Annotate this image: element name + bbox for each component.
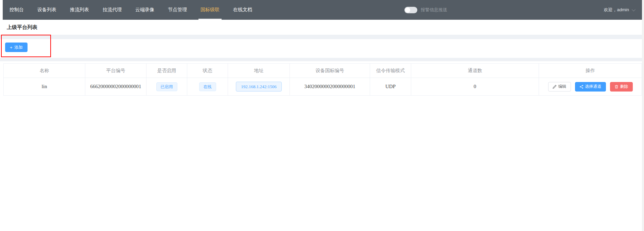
cell-actions: 编辑 选择通道 [539,78,642,96]
cell-transport-mode: UDP [370,78,411,96]
platform-table-panel: 名称 平台编号 是否启用 状态 地址 设备国标编号 信令传输模式 通道数 操作 … [0,63,644,231]
section-divider [0,35,644,39]
select-channel-button[interactable]: 选择通道 [575,82,606,92]
share-icon [579,85,584,89]
alarm-push-control: 报警信息推送 [404,0,447,20]
cell-name: lin [4,78,85,96]
column-header-transport-mode: 信令传输模式 [370,64,411,78]
toolbar-panel: + 添加 [0,39,644,58]
nav-item-label: 控制台 [10,7,24,13]
nav-item-pull-stream-proxy[interactable]: 拉流代理 [96,0,128,20]
top-navigation-bar: 控制台 设备列表 推流列表 拉流代理 云端录像 节点管理 国标级联 在线文档 报… [3,0,642,20]
column-header-name: 名称 [4,64,85,78]
column-header-platform-id: 平台编号 [85,64,146,78]
alarm-push-toggle[interactable] [404,7,417,13]
column-header-address: 地址 [228,64,290,78]
alarm-push-label: 报警信息推送 [421,7,447,13]
select-channel-button-label: 选择通道 [585,84,602,89]
superior-platform-table: 名称 平台编号 是否启用 状态 地址 设备国标编号 信令传输模式 通道数 操作 … [3,63,642,96]
scrollbar-track[interactable] [642,0,644,231]
user-menu[interactable]: 欢迎，admin [604,0,634,20]
nav-item-label: 拉流代理 [103,7,122,13]
column-header-channel-count: 通道数 [411,64,539,78]
nav-item-console[interactable]: 控制台 [3,0,31,20]
trash-icon [614,85,619,89]
column-header-device-gb-id: 设备国标编号 [290,64,370,78]
column-header-enabled: 是否启用 [146,64,187,78]
pencil-icon [553,85,557,89]
address-badge[interactable]: 192.168.1.242:1506 [236,82,281,92]
plus-icon: + [10,45,13,50]
table-row: lin 66620000002000000001 已启用 在线 192.168.… [4,78,642,96]
add-button[interactable]: + 添加 [5,43,28,52]
cell-device-gb-id: 34020000002000000001 [290,78,370,96]
nav-item-node-management[interactable]: 节点管理 [161,0,194,20]
add-button-label: 添加 [15,45,23,50]
cell-status: 在线 [187,78,228,96]
section-divider [0,58,644,61]
page-header: 上级平台列表 [0,20,644,35]
cell-platform-id: 66620000002000000001 [85,78,146,96]
nav-item-label: 推流列表 [70,7,89,13]
cell-address: 192.168.1.242:1506 [228,78,290,96]
page-title: 上级平台列表 [7,24,37,31]
table-header-row: 名称 平台编号 是否启用 状态 地址 设备国标编号 信令传输模式 通道数 操作 [4,64,642,78]
delete-button-label: 删除 [620,84,628,89]
welcome-user-text: 欢迎，admin [604,7,629,13]
toggle-knob [405,7,410,13]
chevron-down-icon [632,7,636,11]
enabled-status-badge: 已启用 [156,82,177,91]
column-header-actions: 操作 [539,64,642,78]
nav-item-label: 节点管理 [168,7,187,13]
nav-item-online-docs[interactable]: 在线文档 [226,0,259,20]
online-status-badge: 在线 [199,82,216,91]
cell-channel-count: 0 [411,78,539,96]
nav-item-label: 国标级联 [201,7,220,13]
nav-item-label: 在线文档 [233,7,252,13]
nav-item-label: 云端录像 [135,7,154,13]
column-header-status: 状态 [187,64,228,78]
nav-item-cloud-recording[interactable]: 云端录像 [128,0,161,20]
nav-item-push-stream-list[interactable]: 推流列表 [63,0,96,20]
delete-button[interactable]: 删除 [610,82,633,92]
edit-button-label: 编辑 [558,84,567,89]
nav-item-gb-cascade-active[interactable]: 国标级联 [194,0,226,20]
nav-item-label: 设备列表 [37,7,56,13]
nav-item-device-list[interactable]: 设备列表 [31,0,63,20]
cell-enabled: 已启用 [146,78,187,96]
row-action-buttons: 编辑 选择通道 [539,82,642,92]
edit-button[interactable]: 编辑 [548,82,571,92]
